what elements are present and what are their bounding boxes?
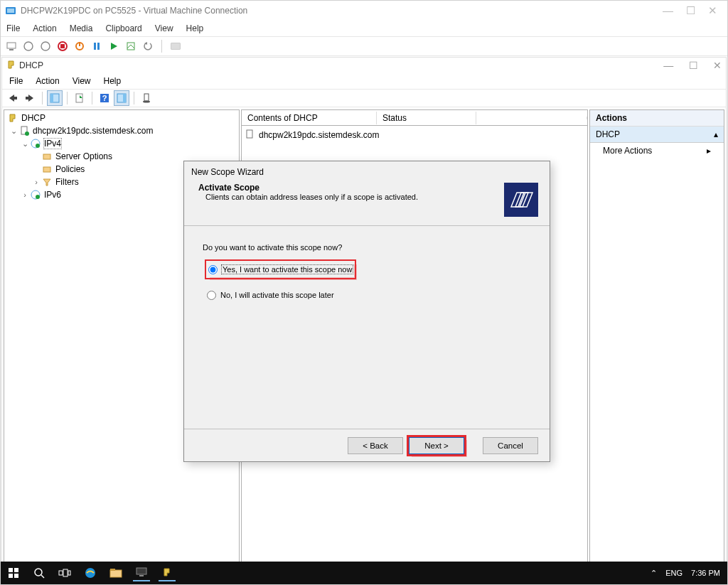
content-row-server[interactable]: dhcpw2k19pdc.sistemdesk.com (245, 129, 584, 141)
menu-clipboard[interactable]: Clipboard (105, 23, 141, 33)
dhcp-close-button[interactable]: ✕ (713, 60, 722, 71)
help-icon[interactable]: ? (97, 90, 112, 106)
tree-server[interactable]: ⌄ dhcpw2k19pdc.sistemdesk.com (4, 124, 239, 137)
task-view-icon[interactable] (56, 564, 73, 581)
dhcp-toolbar: ? (2, 89, 726, 107)
ie-icon[interactable] (82, 564, 99, 581)
dhcp-taskbar-icon[interactable] (159, 564, 176, 581)
menu-view[interactable]: View (155, 23, 173, 33)
wizard-subheading: Clients can obtain address leases only i… (205, 193, 504, 201)
minimize-button[interactable]: — (663, 4, 673, 17)
back-button[interactable]: < Back (348, 437, 403, 454)
tree-server-options-label: Server Options (55, 151, 112, 161)
vm-toolbar (1, 36, 727, 56)
revert-icon[interactable] (141, 40, 154, 53)
tree-root-dhcp[interactable]: DHCP (4, 112, 239, 124)
svg-point-39 (36, 195, 40, 199)
svg-point-4 (24, 42, 33, 50)
expander-icon[interactable]: › (31, 178, 41, 186)
vm-title: DHCPW2K19PDC on PC5525 - Virtual Machine… (21, 6, 663, 16)
stop-icon[interactable] (39, 40, 52, 53)
wizard-header: Activate Scope Clients can obtain addres… (184, 180, 550, 226)
tree-ipv6-label: IPv6 (44, 190, 61, 200)
svg-marker-37 (43, 179, 50, 186)
svg-rect-41 (9, 568, 13, 572)
expander-icon[interactable]: ⌄ (20, 139, 30, 149)
shutdown-icon[interactable] (73, 40, 86, 53)
svg-text:?: ? (102, 94, 107, 102)
ipv6-icon (30, 189, 41, 200)
cancel-button[interactable]: Cancel (483, 437, 538, 454)
actions-item-dhcp[interactable]: DHCP ▴ (590, 127, 724, 143)
svg-rect-47 (59, 571, 63, 575)
col-empty (476, 117, 587, 119)
svg-rect-22 (50, 94, 53, 102)
checkpoint-icon[interactable] (124, 40, 137, 53)
tray-up-icon[interactable]: ⌃ (651, 569, 657, 578)
svg-point-32 (25, 132, 29, 136)
show-hide-action-icon[interactable] (114, 90, 129, 106)
dhcp-menu-action[interactable]: Action (36, 76, 59, 86)
radio-activate-later-input[interactable] (207, 291, 216, 300)
dhcp-menu-file[interactable]: File (9, 76, 23, 86)
explorer-icon[interactable] (107, 564, 124, 581)
svg-rect-11 (97, 43, 100, 50)
radio-activate-now-input[interactable] (208, 265, 218, 274)
server-manager-icon[interactable] (133, 564, 150, 581)
col-contents[interactable]: Contents of DHCP (242, 112, 377, 124)
svg-rect-28 (123, 94, 126, 102)
start-icon[interactable] (22, 40, 35, 53)
menu-file[interactable]: File (6, 23, 20, 33)
dhcp-minimize-button[interactable]: — (663, 60, 673, 71)
radio-activate-now-label: Yes, I want to activate this scope now (222, 265, 353, 274)
show-hide-tree-icon[interactable] (47, 90, 63, 106)
server-icon (18, 125, 30, 136)
dhcp-menu-help[interactable]: Help (104, 76, 122, 86)
radio-activate-later[interactable]: No, I will activate this scope later (207, 287, 531, 303)
menu-help[interactable]: Help (186, 23, 204, 33)
svg-rect-51 (110, 570, 122, 577)
clock[interactable]: 7:36 PM (691, 569, 720, 577)
language-indicator[interactable]: ENG (665, 569, 682, 577)
menu-media[interactable]: Media (70, 23, 93, 33)
tree-ipv4-label: IPv4 (44, 139, 61, 149)
menu-action[interactable]: Action (33, 23, 56, 33)
vm-titlebar: DHCPW2K19PDC on PC5525 - Virtual Machine… (1, 1, 727, 21)
vm-menubar: File Action Media Clipboard View Help (1, 21, 727, 36)
manage-authorized-servers-icon[interactable] (139, 90, 154, 106)
collapse-icon[interactable]: ▴ (714, 129, 718, 139)
wizard-heading: Activate Scope (198, 183, 504, 193)
dhcp-maximize-button[interactable]: ☐ (689, 60, 698, 71)
dhcp-sep1 (42, 92, 43, 104)
radio-activate-now[interactable]: Yes, I want to activate this scope now (207, 262, 354, 277)
dhcp-title-text: DHCP (19, 60, 651, 70)
pause-icon[interactable] (90, 40, 103, 53)
svg-rect-20 (26, 97, 28, 100)
tree-policies-label: Policies (55, 164, 85, 174)
enhanced-session-icon[interactable] (169, 40, 182, 53)
dhcp-root-icon (7, 112, 18, 124)
ipv4-icon (30, 138, 41, 149)
start-button[interactable] (5, 564, 22, 581)
taskbar[interactable]: ⌃ ENG 7:36 PM (1, 562, 727, 584)
tree-ipv4[interactable]: ⌄ IPv4 (4, 137, 239, 150)
search-icon[interactable] (31, 564, 48, 581)
forward-icon[interactable] (22, 90, 38, 106)
dhcp-menu-view[interactable]: View (73, 76, 91, 86)
ctrl-alt-del-icon[interactable] (5, 40, 18, 53)
maximize-button[interactable]: ☐ (686, 4, 695, 17)
close-button[interactable]: ✕ (708, 4, 717, 17)
actions-more[interactable]: More Actions ▸ (590, 143, 724, 159)
play-icon[interactable] (107, 40, 120, 53)
svg-rect-43 (9, 574, 13, 578)
content-row-label: dhcpw2k19pdc.sistemdesk.com (259, 130, 379, 140)
expander-icon[interactable]: › (20, 190, 30, 199)
col-status[interactable]: Status (377, 112, 476, 124)
svg-rect-35 (43, 154, 50, 159)
expander-icon[interactable]: ⌄ (9, 127, 18, 136)
export-list-icon[interactable] (72, 90, 87, 106)
svg-point-30 (143, 101, 150, 103)
back-icon[interactable] (5, 90, 21, 106)
turn-off-icon[interactable] (56, 40, 69, 53)
next-button[interactable]: Next > (409, 437, 464, 454)
